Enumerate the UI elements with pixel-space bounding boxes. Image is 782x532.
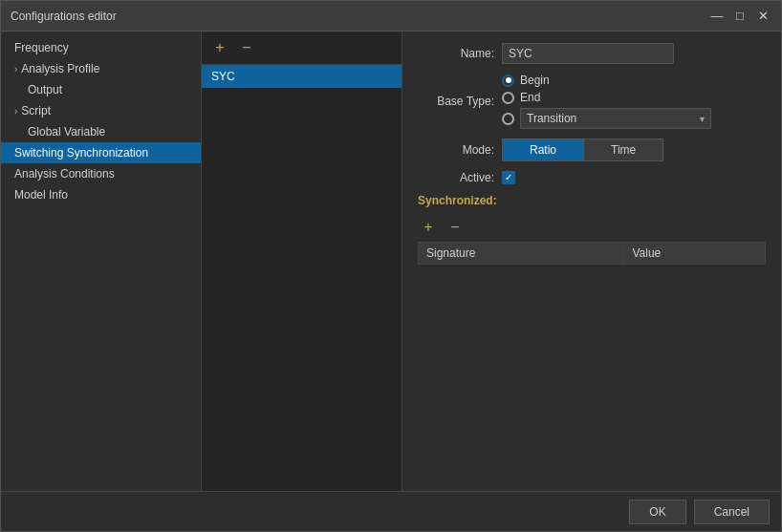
mode-toggle: Ratio Time [502, 138, 663, 161]
synchronized-label: Synchronized: [418, 194, 497, 207]
signature-toolbar: + − [418, 217, 766, 238]
configurations-editor-dialog: Configurations editor — □ ✕ Frequency › … [0, 0, 782, 532]
sidebar-item-label: Script [21, 104, 51, 117]
base-type-label: Base Type: [418, 95, 494, 108]
sidebar-item-label: Frequency [14, 41, 69, 54]
radio-transition-row: Transition ▾ [502, 108, 711, 129]
sidebar-item-switching-sync[interactable]: Switching Synchronization [1, 142, 201, 163]
maximize-button[interactable]: □ [731, 8, 749, 25]
sidebar-item-label: Global Variable [28, 125, 105, 138]
chevron-down-icon: ▾ [700, 114, 705, 124]
radio-begin-row: Begin [502, 74, 711, 87]
sidebar-item-label: Analysis Profile [21, 62, 99, 75]
mode-time-button[interactable]: Time [584, 139, 663, 160]
radio-end-row: End [502, 91, 711, 104]
active-row: Active: [418, 171, 766, 184]
sidebar-item-label: Model Info [14, 188, 68, 202]
minimize-button[interactable]: — [708, 8, 726, 25]
cancel-button[interactable]: Cancel [694, 500, 770, 524]
list-item[interactable]: SYC [202, 65, 402, 88]
titlebar: Configurations editor — □ ✕ [1, 1, 781, 32]
transition-dropdown[interactable]: Transition ▾ [520, 108, 711, 129]
active-label: Active: [418, 171, 494, 184]
sidebar-item-output[interactable]: Output [1, 79, 201, 100]
sidebar-item-frequency[interactable]: Frequency [1, 37, 201, 58]
table-header-row: Signature Value [419, 243, 766, 265]
radio-begin[interactable] [502, 74, 514, 87]
sidebar-item-analysis-conditions[interactable]: Analysis Conditions [1, 163, 201, 184]
name-label: Name: [418, 47, 494, 60]
dialog-title: Configurations editor [11, 10, 117, 23]
add-signature-button[interactable]: + [418, 217, 439, 238]
synchronized-row: Synchronized: [418, 194, 766, 207]
main-content: Frequency › Analysis Profile Output › Sc… [1, 32, 781, 491]
base-type-row: Base Type: Begin End Transition [418, 74, 766, 129]
add-item-button[interactable]: + [209, 37, 230, 58]
footer: OK Cancel [1, 491, 781, 531]
signature-table: Signature Value [418, 242, 766, 265]
radio-end-label: End [520, 91, 540, 104]
mode-label: Mode: [418, 143, 494, 157]
sidebar-item-label: Analysis Conditions [14, 167, 115, 181]
sidebar-item-label: Switching Synchronization [14, 146, 148, 160]
transition-dropdown-label: Transition [527, 112, 576, 125]
chevron-right-icon: › [14, 64, 17, 74]
base-type-radio-group: Begin End Transition ▾ [502, 74, 711, 129]
remove-item-button[interactable]: − [236, 37, 257, 58]
name-row: Name: [418, 43, 766, 64]
value-col-header: Value [624, 243, 766, 265]
middle-toolbar: + − [202, 32, 402, 65]
signature-col-header: Signature [419, 243, 624, 265]
radio-end[interactable] [502, 92, 514, 104]
radio-transition[interactable] [502, 113, 514, 125]
chevron-right-icon: › [14, 106, 17, 117]
titlebar-controls: — □ ✕ [708, 8, 771, 25]
right-panel: Name: Base Type: Begin End [402, 32, 781, 491]
mode-row: Mode: Ratio Time [418, 138, 766, 161]
mode-ratio-button[interactable]: Ratio [503, 139, 584, 160]
sidebar-item-global-variable[interactable]: Global Variable [1, 121, 201, 142]
sidebar-item-label: Output [28, 83, 62, 96]
close-button[interactable]: ✕ [754, 8, 771, 25]
active-checkbox[interactable] [502, 171, 515, 184]
sidebar: Frequency › Analysis Profile Output › Sc… [1, 32, 202, 491]
name-input[interactable] [502, 43, 674, 64]
remove-signature-button[interactable]: − [445, 217, 466, 238]
sidebar-item-script[interactable]: › Script [1, 100, 201, 121]
sidebar-item-model-info[interactable]: Model Info [1, 184, 201, 205]
ok-button[interactable]: OK [629, 500, 685, 524]
radio-begin-label: Begin [520, 74, 550, 87]
sidebar-item-analysis-profile[interactable]: › Analysis Profile [1, 58, 201, 79]
middle-panel: + − SYC [202, 32, 402, 491]
